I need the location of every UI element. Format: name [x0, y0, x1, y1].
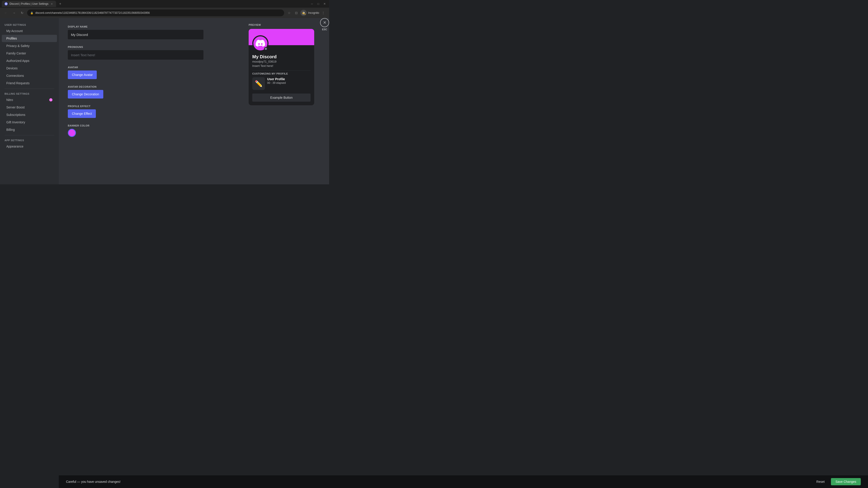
- app-settings-label: APP SETTINGS: [0, 137, 59, 142]
- banner-color-swatches: [68, 129, 204, 137]
- main-content: DISPLAY NAME PRONOUNS AVATAR Change Avat…: [59, 18, 329, 184]
- sidebar-item-profiles[interactable]: Profiles: [2, 35, 57, 42]
- banner-color-field-group: BANNER COLOR: [68, 124, 204, 137]
- sidebar: USER SETTINGS My Account Profiles Privac…: [0, 18, 59, 184]
- app-container: USER SETTINGS My Account Profiles Privac…: [0, 18, 329, 184]
- display-name-field-group: DISPLAY NAME: [68, 25, 204, 39]
- browser-menu-button[interactable]: ⋮: [320, 10, 327, 16]
- activity-item: ✏️ User Profile 00 : 39 elapsed: [252, 77, 311, 90]
- sidebar-label-profiles: Profiles: [6, 37, 17, 40]
- incognito-icon: 🕵️: [301, 10, 307, 16]
- close-circle-icon: ✕: [320, 18, 329, 27]
- sidebar-divider-1: [4, 89, 54, 89]
- sidebar-item-billing[interactable]: Billing: [2, 126, 57, 133]
- close-button[interactable]: ✕: [322, 1, 327, 6]
- profile-pronouns-text: Insert Text here!: [252, 64, 311, 68]
- activity-time: 00 : 39 elapsed: [267, 81, 311, 85]
- sidebar-item-connections[interactable]: Connections: [2, 72, 57, 79]
- sidebar-item-server-boost[interactable]: Server Boost: [2, 104, 57, 111]
- display-name-label: DISPLAY NAME: [68, 25, 204, 28]
- avatar-decoration-field-group: AVATAR DECORATION Change Decoration: [68, 86, 204, 98]
- browser-tab[interactable]: Discord | Profiles | User Settings ✕: [2, 1, 56, 7]
- activity-title: User Profile: [267, 77, 311, 81]
- profile-username: moodjoy71_03619: [252, 60, 311, 63]
- sidebar-label-subscriptions: Subscriptions: [6, 113, 25, 117]
- preview-panel: PREVIEW: [243, 18, 329, 111]
- user-settings-label: USER SETTINGS: [0, 22, 59, 27]
- activity-icon: ✏️: [252, 77, 265, 90]
- sidebar-item-gift-inventory[interactable]: Gift Inventory: [2, 119, 57, 126]
- change-effect-button[interactable]: Change Effect: [68, 109, 96, 118]
- forward-button[interactable]: →: [11, 10, 17, 16]
- incognito-label: Incognito: [308, 11, 319, 14]
- avatar-decoration-label: AVATAR DECORATION: [68, 86, 204, 88]
- profile-card: My Discord moodjoy71_03619 Insert Text h…: [249, 29, 314, 105]
- activity-details: User Profile 00 : 39 elapsed: [267, 77, 311, 85]
- sidebar-label-appearance: Appearance: [6, 144, 24, 148]
- browser-chrome: Discord | Profiles | User Settings ✕ + ─…: [0, 0, 329, 18]
- svg-point-2: [261, 43, 263, 45]
- tab-favicon: [4, 2, 8, 5]
- new-tab-button[interactable]: +: [57, 1, 63, 7]
- sidebar-label-friend-requests: Friend Requests: [6, 81, 30, 85]
- content-layout: DISPLAY NAME PRONOUNS AVATAR Change Avat…: [59, 18, 329, 184]
- svg-point-1: [258, 43, 260, 45]
- avatar-field-group: AVATAR Change Avatar: [68, 66, 204, 79]
- nitro-badge: [49, 98, 53, 101]
- url-text: discord.com/channels/1182346851781984336…: [35, 11, 150, 14]
- sidebar-item-authorized-apps[interactable]: Authorized Apps: [2, 57, 57, 64]
- back-button[interactable]: ←: [3, 10, 9, 16]
- display-name-input[interactable]: [68, 30, 204, 39]
- profile-banner: [249, 29, 314, 45]
- esc-label: ESC: [322, 28, 327, 31]
- profile-display-name: My Discord: [252, 54, 311, 59]
- sidebar-label-privacy-safety: Privacy & Safety: [6, 44, 30, 48]
- reload-button[interactable]: ↻: [19, 10, 25, 16]
- billing-settings-label: BILLING SETTINGS: [0, 91, 59, 96]
- sidebar-item-subscriptions[interactable]: Subscriptions: [2, 111, 57, 119]
- address-bar[interactable]: 🔒 discord.com/channels/11823468517819843…: [27, 9, 284, 16]
- navigation-bar: ← → ↻ 🔒 discord.com/channels/11823468517…: [0, 8, 329, 18]
- bookmark-button[interactable]: ☆: [286, 10, 292, 16]
- pronouns-input[interactable]: [68, 50, 204, 60]
- sidebar-label-server-boost: Server Boost: [6, 105, 25, 109]
- sidebar-item-devices[interactable]: Devices: [2, 65, 57, 72]
- preview-label: PREVIEW: [249, 24, 324, 26]
- profile-avatar-wrap: [252, 35, 269, 52]
- profile-effect-field-group: PROFILE EFFECT Change Effect: [68, 105, 204, 118]
- sidebar-label-my-account: My Account: [6, 29, 23, 33]
- sidebar-label-connections: Connections: [6, 74, 24, 77]
- profile-effect-label: PROFILE EFFECT: [68, 105, 204, 107]
- sidebar-label-authorized-apps: Authorized Apps: [6, 59, 29, 63]
- sidebar-item-friend-requests[interactable]: Friend Requests: [2, 79, 57, 87]
- minimize-button[interactable]: ─: [309, 1, 315, 6]
- profile-info: My Discord moodjoy71_03619 Insert Text h…: [249, 45, 314, 105]
- change-avatar-button[interactable]: Change Avatar: [68, 70, 97, 79]
- example-button[interactable]: Example Button: [252, 94, 311, 102]
- sidebar-label-nitro: Nitro: [6, 98, 13, 102]
- pronouns-label: PRONOUNS: [68, 46, 204, 48]
- sidebar-label-gift-inventory: Gift Inventory: [6, 121, 25, 124]
- avatar-label: AVATAR: [68, 66, 204, 69]
- tab-title: Discord | Profiles | User Settings: [9, 2, 49, 5]
- sidebar-divider-2: [4, 135, 54, 135]
- sidebar-label-billing: Billing: [6, 128, 15, 131]
- close-esc-button[interactable]: ✕ ESC: [320, 18, 329, 31]
- incognito-badge[interactable]: 🕵️ Incognito: [301, 10, 319, 16]
- sidebar-item-privacy-safety[interactable]: Privacy & Safety: [2, 42, 57, 50]
- banner-color-swatch-pink[interactable]: [68, 129, 76, 137]
- sidebar-label-family-center: Family Center: [6, 52, 26, 55]
- split-view-button[interactable]: ⊡: [293, 10, 300, 16]
- tab-close-btn[interactable]: ✕: [50, 2, 53, 5]
- sidebar-item-family-center[interactable]: Family Center: [2, 50, 57, 57]
- sidebar-label-devices: Devices: [6, 66, 18, 70]
- nav-actions: ☆ ⊡ 🕵️ Incognito ⋮: [286, 10, 327, 16]
- sidebar-item-appearance[interactable]: Appearance: [2, 143, 57, 150]
- title-bar: Discord | Profiles | User Settings ✕ + ─…: [0, 0, 329, 8]
- pronouns-field-group: PRONOUNS: [68, 46, 204, 60]
- sidebar-item-nitro[interactable]: Nitro: [2, 96, 57, 103]
- avatar-status-indicator: [264, 47, 268, 51]
- sidebar-item-my-account[interactable]: My Account: [2, 27, 57, 35]
- change-decoration-button[interactable]: Change Decoration: [68, 90, 103, 98]
- maximize-button[interactable]: □: [315, 1, 321, 6]
